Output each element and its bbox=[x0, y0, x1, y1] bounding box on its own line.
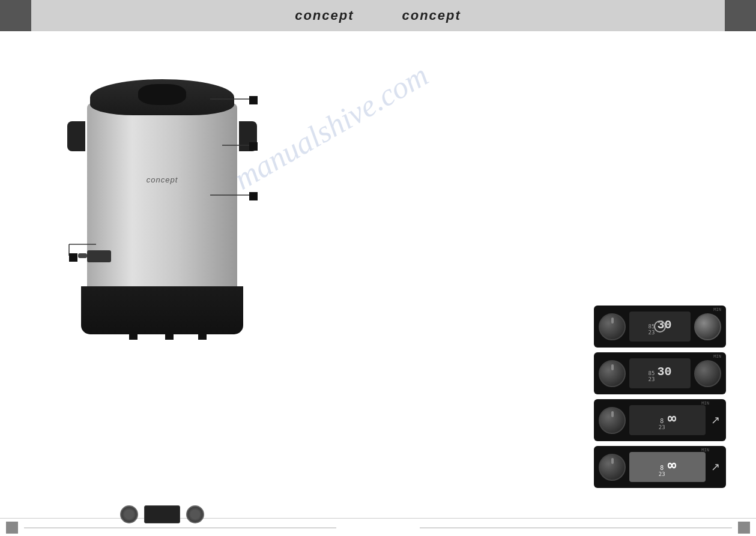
footer-left-block bbox=[6, 522, 18, 534]
callout-dot-5 bbox=[129, 331, 138, 340]
thumb2-right-knob bbox=[694, 360, 721, 387]
thumb1-right-knob bbox=[694, 313, 721, 340]
header-right-decoration bbox=[725, 0, 756, 31]
thumb4-arrow: ↗ bbox=[709, 454, 721, 481]
thumb2-display: 85 23 30 bbox=[629, 358, 691, 388]
thumb2-time-display: 30 bbox=[657, 365, 671, 379]
handle-left bbox=[67, 121, 85, 151]
callout-dot-3 bbox=[249, 192, 258, 200]
thumb4-display: 8 23 ∞ bbox=[629, 452, 706, 482]
cooker-base bbox=[81, 286, 243, 334]
lid-handle bbox=[138, 84, 186, 105]
cooker-control-panel bbox=[102, 499, 222, 529]
thumb3-symbol-display: ∞ bbox=[668, 410, 676, 427]
callout-dot-4 bbox=[69, 253, 77, 262]
left-knob bbox=[120, 505, 138, 523]
thumb4-label: MIN bbox=[701, 448, 709, 453]
thumb2-label: MIN bbox=[713, 354, 721, 359]
thumb3-label: MIN bbox=[701, 401, 709, 406]
thumb2-left-knob bbox=[599, 360, 626, 387]
control-panel-image-2: 85 23 30 MIN bbox=[594, 352, 726, 394]
cooker-brand-label: concept bbox=[147, 175, 178, 184]
appliance-diagram: concept bbox=[36, 61, 288, 361]
thumb4-symbol-display: ∞ bbox=[668, 457, 676, 474]
cooker-body: concept bbox=[72, 79, 252, 355]
cooker-lid bbox=[90, 79, 234, 115]
thumb1-label: MIN bbox=[713, 307, 721, 312]
cooker-display bbox=[144, 505, 180, 523]
brand-header: concept concept bbox=[295, 8, 461, 23]
header-left-decoration bbox=[0, 0, 31, 31]
footer-line-right bbox=[420, 528, 732, 528]
thumb1-left-knob bbox=[599, 313, 626, 340]
main-content: manualshive.com concept bbox=[0, 31, 756, 518]
left-panel: manualshive.com concept bbox=[0, 31, 588, 518]
brand-name-1: concept bbox=[295, 8, 354, 23]
thumb3-display: 8 23 ∞ bbox=[629, 405, 706, 435]
callout-dot-6 bbox=[165, 331, 174, 340]
callout-dot-2 bbox=[249, 142, 258, 151]
callout-dot-7 bbox=[198, 331, 207, 340]
callout-dot-1 bbox=[249, 96, 258, 104]
control-panel-image-1: 85 23 30 MIN bbox=[594, 306, 726, 348]
cooker-tap bbox=[87, 250, 111, 262]
footer-right-block bbox=[738, 522, 750, 534]
thumb3-arrow: ↗ bbox=[709, 407, 721, 434]
page-header: concept concept bbox=[0, 0, 756, 31]
thumb3-left-knob bbox=[599, 407, 626, 434]
right-knob bbox=[186, 505, 204, 523]
control-panel-image-3: 8 23 ∞ ↗ MIN bbox=[594, 399, 726, 441]
right-panel: 85 23 30 MIN 85 23 bbox=[588, 31, 756, 518]
control-panel-image-4: 8 23 ∞ ↗ MIN bbox=[594, 446, 726, 488]
thumb4-left-knob bbox=[599, 454, 626, 481]
brand-name-2: concept bbox=[402, 8, 461, 23]
